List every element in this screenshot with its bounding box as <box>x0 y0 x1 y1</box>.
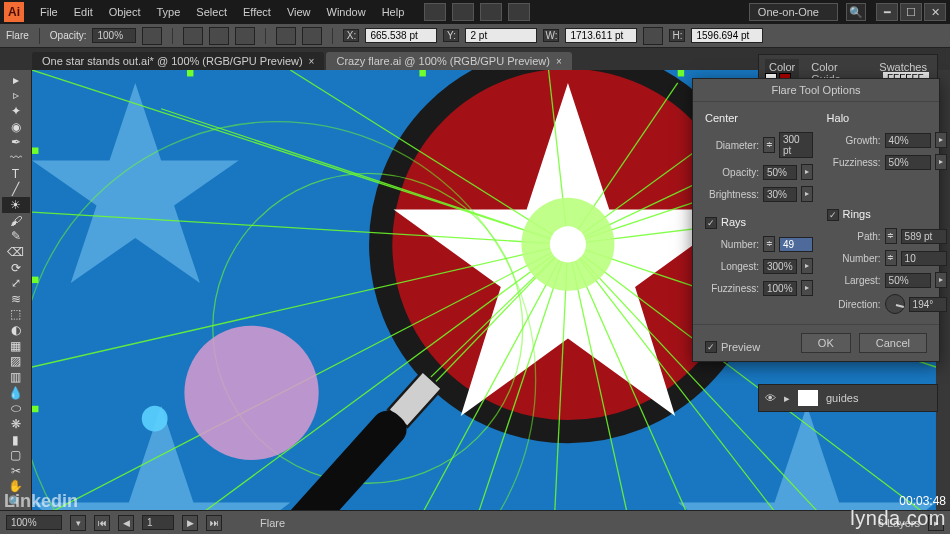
growth-field[interactable]: 40% <box>885 133 931 148</box>
h-field[interactable]: 1596.694 pt <box>691 28 763 43</box>
direction-dial[interactable] <box>885 294 905 314</box>
menu-view[interactable]: View <box>279 6 319 18</box>
arrange-icon[interactable] <box>452 3 474 21</box>
rings-number-field[interactable]: 10 <box>901 251 947 266</box>
rays-fuzziness-field[interactable]: 100% <box>763 281 797 296</box>
align-icon[interactable] <box>276 27 296 45</box>
stepper-icon[interactable]: ≑ <box>885 250 897 266</box>
free-transform-tool[interactable]: ⬚ <box>2 307 30 323</box>
stepper-icon[interactable]: ≑ <box>763 137 775 153</box>
width-tool[interactable]: ≋ <box>2 291 30 307</box>
nav-first-icon[interactable]: ⏮ <box>94 515 110 531</box>
slider-icon[interactable]: ▸ <box>935 272 947 288</box>
menu-file[interactable]: File <box>32 6 66 18</box>
slider-icon[interactable]: ▸ <box>801 280 813 296</box>
menu-edit[interactable]: Edit <box>66 6 101 18</box>
mesh-tool[interactable]: ▨ <box>2 354 30 370</box>
gradient-tool[interactable]: ▥ <box>2 369 30 385</box>
largest-field[interactable]: 50% <box>885 273 931 288</box>
preview-checkbox[interactable]: ✓ <box>705 341 717 353</box>
slider-icon[interactable]: ▸ <box>935 154 947 170</box>
pencil-tool[interactable]: ✎ <box>2 228 30 244</box>
cancel-button[interactable]: Cancel <box>859 333 927 353</box>
curvature-tool[interactable]: 〰 <box>2 150 30 166</box>
transform-icon[interactable] <box>302 27 322 45</box>
ok-button[interactable]: OK <box>801 333 851 353</box>
eraser-tool[interactable]: ⌫ <box>2 244 30 260</box>
y-field[interactable]: 2 pt <box>465 28 537 43</box>
nav-next-icon[interactable]: ▶ <box>182 515 198 531</box>
shape-builder-tool[interactable]: ◐ <box>2 322 30 338</box>
eyedropper-tool[interactable]: 💧 <box>2 385 30 401</box>
blend-tool[interactable]: ⬭ <box>2 400 30 416</box>
workspace-dropdown[interactable]: One-on-One <box>749 3 838 21</box>
bridge-icon[interactable] <box>480 3 502 21</box>
center-opacity-field[interactable]: 50% <box>763 165 797 180</box>
menu-effect[interactable]: Effect <box>235 6 279 18</box>
direct-selection-tool[interactable]: ▹ <box>2 88 30 104</box>
rings-checkbox[interactable]: ✓ <box>827 209 839 221</box>
style-icon-1[interactable] <box>183 27 203 45</box>
layer-name[interactable]: guides <box>826 392 858 404</box>
nav-prev-icon[interactable]: ◀ <box>118 515 134 531</box>
stock-icon[interactable] <box>508 3 530 21</box>
menu-type[interactable]: Type <box>149 6 189 18</box>
link-wh-icon[interactable] <box>643 27 663 45</box>
menu-object[interactable]: Object <box>101 6 149 18</box>
line-tool[interactable]: ╱ <box>2 181 30 197</box>
opacity-field[interactable]: 100% <box>92 28 136 43</box>
tab-doc-1[interactable]: One star stands out.ai* @ 100% (RGB/GPU … <box>32 52 324 70</box>
rays-checkbox[interactable]: ✓ <box>705 217 717 229</box>
close-icon[interactable]: × <box>309 56 315 67</box>
nav-last-icon[interactable]: ⏭ <box>206 515 222 531</box>
selection-tool[interactable]: ▸ <box>2 72 30 88</box>
slice-tool[interactable]: ✂ <box>2 463 30 479</box>
perspective-tool[interactable]: ▦ <box>2 338 30 354</box>
slider-icon[interactable]: ▸ <box>801 164 813 180</box>
search-icon[interactable]: 🔍 <box>846 3 866 21</box>
style-icon-2[interactable] <box>209 27 229 45</box>
artboard-field[interactable]: 1 <box>142 515 174 530</box>
scale-tool[interactable]: ⤢ <box>2 275 30 291</box>
rays-number-field[interactable]: 49 <box>779 237 813 252</box>
type-tool[interactable]: T <box>2 166 30 182</box>
symbol-sprayer-tool[interactable]: ❋ <box>2 416 30 432</box>
recolor-icon[interactable] <box>235 27 255 45</box>
maximize-button[interactable]: ☐ <box>900 3 922 21</box>
column-graph-tool[interactable]: ▮ <box>2 432 30 448</box>
menu-help[interactable]: Help <box>374 6 413 18</box>
paintbrush-tool[interactable]: 🖌 <box>2 213 30 229</box>
w-field[interactable]: 1713.611 pt <box>565 28 637 43</box>
layers-row[interactable]: 👁 ▸ guides <box>758 384 938 412</box>
flare-tool[interactable]: ☀ <box>2 197 30 213</box>
slider-icon[interactable]: ▸ <box>801 258 813 274</box>
artboard-tool[interactable]: ▢ <box>2 447 30 463</box>
stepper-icon[interactable]: ≑ <box>885 228 897 244</box>
brightness-field[interactable]: 30% <box>763 187 797 202</box>
menu-select[interactable]: Select <box>188 6 235 18</box>
diameter-field[interactable]: 300 pt <box>779 132 813 158</box>
tab-doc-2[interactable]: Crazy flare.ai @ 100% (RGB/GPU Preview) … <box>326 52 571 70</box>
direction-field[interactable]: 194° <box>909 297 947 312</box>
close-button[interactable]: ✕ <box>924 3 946 21</box>
lasso-tool[interactable]: ◉ <box>2 119 30 135</box>
opacity-dropdown-icon[interactable] <box>142 27 162 45</box>
magic-wand-tool[interactable]: ✦ <box>2 103 30 119</box>
slider-icon[interactable]: ▸ <box>935 132 947 148</box>
menu-window[interactable]: Window <box>319 6 374 18</box>
zoom-field[interactable]: 100% <box>6 515 62 530</box>
minimize-button[interactable]: ━ <box>876 3 898 21</box>
close-icon[interactable]: × <box>556 56 562 67</box>
halo-fuzziness-field[interactable]: 50% <box>885 155 931 170</box>
longest-field[interactable]: 300% <box>763 259 797 274</box>
path-field[interactable]: 589 pt <box>901 229 947 244</box>
x-field[interactable]: 665.538 pt <box>365 28 437 43</box>
rotate-tool[interactable]: ⟳ <box>2 260 30 276</box>
layout-icon[interactable] <box>424 3 446 21</box>
stepper-icon[interactable]: ≑ <box>763 236 775 252</box>
pen-tool[interactable]: ✒ <box>2 135 30 151</box>
zoom-dropdown-icon[interactable]: ▾ <box>70 515 86 531</box>
slider-icon[interactable]: ▸ <box>801 186 813 202</box>
expand-icon[interactable]: ▸ <box>784 392 790 405</box>
visibility-icon[interactable]: 👁 <box>765 392 776 404</box>
